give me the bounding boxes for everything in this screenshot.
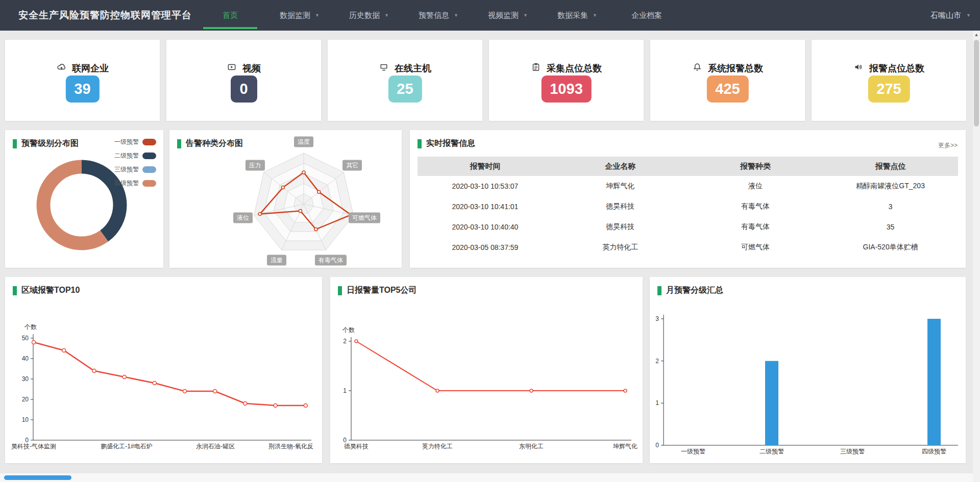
bell-icon: [692, 62, 702, 74]
svg-text:2: 2: [343, 338, 347, 345]
alarm-cell: 精醇南罐液位GT_203: [823, 182, 958, 191]
nav-item-label: 视频监测: [488, 11, 519, 19]
stat-card-collect-points-total: 采集点位总数1093: [489, 40, 644, 121]
donut-legend: 一级预警二级预警三级预警四级预警: [114, 138, 156, 193]
panel-title-text: 告警种类分布图: [186, 138, 243, 149]
svg-text:20: 20: [22, 396, 29, 403]
title-marker: [177, 139, 181, 148]
panel-title: 日报警量TOP5公司: [338, 285, 417, 296]
stat-card-alarm-points-total: 报警点位总数275: [812, 40, 966, 121]
panel-title: 区域报警TOP10: [13, 285, 80, 296]
panel-warning-level-distribution: 预警级别分布图 一级预警二级预警三级预警四级预警: [5, 130, 163, 268]
chevron-down-icon: ▼: [593, 13, 597, 18]
horizontal-scrollbar[interactable]: [0, 473, 973, 482]
legend-swatch: [142, 139, 156, 145]
alarm-column-header: 企业名称: [553, 162, 688, 171]
chevron-down-icon: ▼: [454, 13, 458, 18]
svg-text:英力特化工: 英力特化工: [422, 443, 453, 450]
table-row[interactable]: 2020-03-10 10:40:40德昊科技有毒气体35: [418, 217, 958, 237]
chevron-down-icon: ▼: [384, 13, 389, 18]
stat-value-badge: 1093: [541, 75, 592, 103]
legend-label: 四级预警: [114, 179, 139, 188]
title-marker: [338, 286, 342, 295]
svg-text:30: 30: [22, 375, 29, 383]
stat-card-head: 在线主机: [328, 62, 482, 74]
svg-text:1: 1: [655, 399, 659, 407]
nav-item-label: 数据采集: [557, 11, 588, 19]
panel-title-text: 实时报警信息: [426, 138, 475, 149]
nav-item-home[interactable]: 首页: [203, 0, 257, 31]
legend-label: 一级预警: [114, 138, 139, 146]
svg-text:鹏盛化工-1#电石炉: 鹏盛化工-1#电石炉: [101, 443, 152, 450]
nav-item-label: 企业档案: [631, 11, 662, 19]
stat-card-head: 系统报警总数: [650, 62, 805, 74]
legend-label: 二级预警: [114, 151, 139, 160]
alarm-cell: 德昊科技: [553, 202, 688, 211]
legend-item: 四级预警: [114, 179, 156, 188]
svg-text:2: 2: [655, 358, 659, 365]
stat-label: 系统报警总数: [708, 62, 763, 74]
panel-title: 告警种类分布图: [177, 138, 243, 149]
nav-item-2[interactable]: 历史数据▼: [342, 0, 396, 31]
stat-card-system-alarms-total: 系统报警总数425: [650, 40, 805, 121]
stat-value-badge: 39: [65, 75, 99, 103]
panel-title: 实时报警信息: [418, 138, 475, 149]
stat-card-connected-enterprises: 联网企业39: [5, 40, 160, 121]
svg-text:永润石油-罐区: 永润石油-罐区: [196, 443, 235, 450]
stat-card-head: 视频: [166, 62, 321, 74]
svg-text:一级预警: 一级预警: [681, 448, 705, 455]
panel-daily-alarm-top5: 日报警量TOP5公司 个数012德昊科技英力特化工东明化工坤辉气化: [330, 277, 643, 463]
region-selector[interactable]: 石嘴山市▼: [930, 0, 971, 31]
nav-item-6[interactable]: 企业档案: [620, 0, 674, 31]
legend-item: 三级预警: [114, 165, 156, 174]
vertical-scrollbar[interactable]: ▲: [973, 31, 980, 473]
table-row[interactable]: 2020-03-05 08:37:59英力特化工可燃气体GIA-520单体贮槽: [418, 237, 958, 258]
nav-item-label: 预警信息: [419, 11, 449, 19]
stat-value-badge: 275: [868, 75, 910, 103]
main-menu: 首页数据监测▼历史数据▼预警信息▼视频监测▼数据采集▼企业档案: [203, 0, 674, 31]
panel-title-text: 月预警分级汇总: [666, 285, 723, 296]
title-marker: [13, 139, 17, 148]
svg-text:坤辉气化: 坤辉气化: [613, 443, 638, 450]
panel-region-alarm-top10: 区域报警TOP10 个数01020304050昊科技-气体监测鹏盛化工-1#电石…: [5, 277, 322, 463]
alarm-cell: 有毒气体: [688, 222, 823, 232]
svg-text:二级预警: 二级预警: [760, 448, 784, 455]
monthly-summary-bar-chart: 0123一级预警二级预警三级预警四级预警: [650, 277, 966, 463]
alarm-column-header: 报警种类: [688, 162, 823, 171]
radar-axis-label: 其它: [342, 160, 362, 170]
video-icon: [227, 62, 237, 74]
title-marker: [13, 286, 17, 295]
table-row[interactable]: 2020-03-10 10:41:01德昊科技有毒气体3: [418, 196, 958, 217]
table-row[interactable]: 2020-03-10 10:53:07坤辉气化液位精醇南罐液位GT_203: [418, 176, 958, 196]
radar-axis-label: 液位: [233, 213, 253, 223]
stat-card-videos: 视频0: [166, 40, 321, 121]
panel-alarm-type-distribution: 告警种类分布图 温度其它可燃气体有毒气体流量液位压力: [169, 130, 402, 268]
horizontal-scrollbar-thumb[interactable]: [4, 475, 71, 480]
panel-title: 月预警分级汇总: [657, 285, 723, 296]
vertical-scrollbar-thumb[interactable]: [974, 40, 979, 126]
alarm-table: 报警时间企业名称报警种类报警点位 2020-03-10 10:53:07坤辉气化…: [418, 157, 958, 258]
alarm-cell: 液位: [688, 182, 823, 191]
alarm-cell: 英力特化工: [553, 243, 688, 252]
more-link[interactable]: 更多>>: [938, 141, 958, 150]
scroll-up-icon[interactable]: ▲: [973, 31, 980, 39]
alarm-column-header: 报警时间: [418, 162, 553, 171]
svg-text:荆洪生物-氧化反: 荆洪生物-氧化反: [268, 443, 313, 450]
svg-text:3: 3: [655, 315, 659, 322]
alarm-cell: 3: [823, 202, 958, 211]
svg-text:德昊科技: 德昊科技: [344, 443, 369, 450]
stat-card-online-hosts: 在线主机25: [328, 40, 482, 121]
alarm-cell: 2020-03-10 10:40:40: [418, 223, 553, 231]
nav-item-4[interactable]: 视频监测▼: [481, 0, 535, 31]
stat-card-head: 报警点位总数: [812, 62, 966, 74]
nav-item-3[interactable]: 预警信息▼: [411, 0, 465, 31]
svg-text:个数: 个数: [24, 323, 37, 331]
daily-top5-line-chart: 个数012德昊科技英力特化工东明化工坤辉气化: [330, 277, 643, 463]
alarm-table-header: 报警时间企业名称报警种类报警点位: [418, 157, 958, 176]
nav-item-5[interactable]: 数据采集▼: [550, 0, 604, 31]
alarm-cell: 德昊科技: [553, 222, 688, 232]
alarm-cell: 2020-03-10 10:53:07: [418, 182, 553, 190]
alarm-cell: 坤辉气化: [553, 182, 688, 191]
alarm-cell: 可燃气体: [688, 243, 823, 252]
nav-item-1[interactable]: 数据监测▼: [273, 0, 327, 31]
